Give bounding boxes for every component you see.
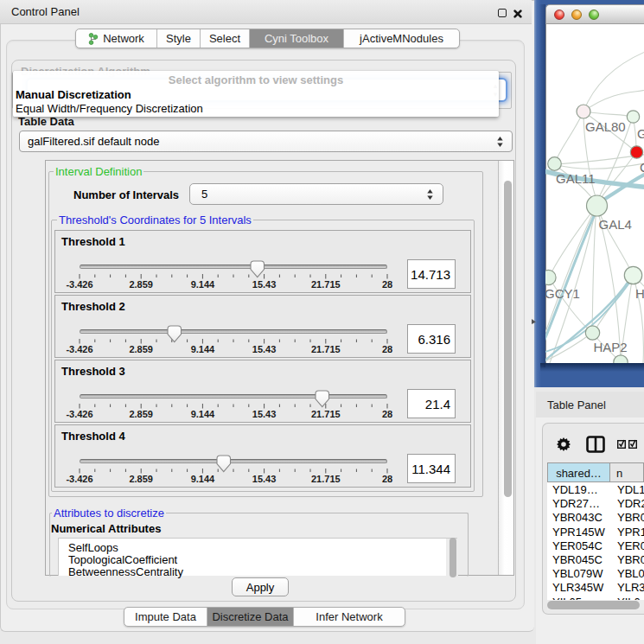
- svg-text:GCY1: GCY1: [545, 286, 580, 301]
- svg-text:GAL80: GAL80: [585, 119, 626, 134]
- svg-text:GA: GA: [637, 126, 644, 141]
- svg-text:GAL11: GAL11: [556, 171, 596, 186]
- svg-text:C: C: [640, 160, 644, 175]
- svg-text:GAL4: GAL4: [599, 217, 632, 232]
- svg-text:H: H: [635, 286, 644, 301]
- svg-text:HAP2: HAP2: [594, 340, 628, 354]
